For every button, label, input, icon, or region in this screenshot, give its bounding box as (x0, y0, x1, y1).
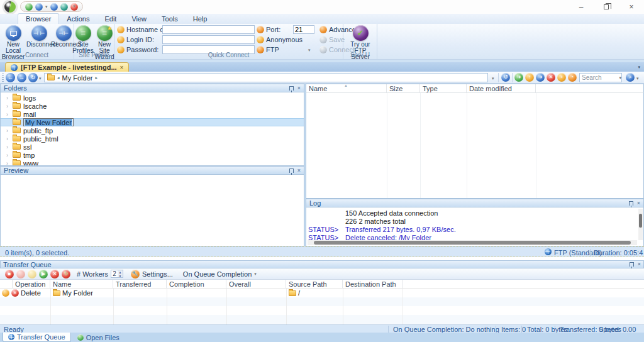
chevron-right-icon[interactable]: › (4, 111, 10, 118)
go-icon[interactable]: ➜ (514, 73, 523, 82)
tree-item-my-new-folder[interactable]: My New Folder (1, 118, 304, 126)
delete-icon[interactable]: ✕ (547, 73, 555, 82)
chevron-right-icon[interactable]: › (4, 152, 10, 158)
tree-item-lscache[interactable]: ›lscache (1, 102, 304, 110)
site-profiles-button[interactable]: ☰ Site Profiles (72, 25, 94, 54)
tab-open-files[interactable]: Open Files (72, 333, 125, 342)
workers-stepper[interactable]: 2 ▲▼ (111, 270, 123, 278)
queue-column-completion[interactable]: Completion (167, 280, 226, 288)
session-tab-close-icon[interactable]: × (120, 64, 124, 71)
queue-column-operation[interactable]: Operation (13, 280, 50, 288)
file-list[interactable] (306, 93, 644, 199)
rename-edit-box[interactable]: My New Folder (23, 118, 74, 126)
chevron-right-icon[interactable]: › (4, 128, 10, 134)
chevron-right-icon[interactable]: › (4, 103, 10, 109)
close-button[interactable]: × (619, 0, 644, 14)
app-logo-icon[interactable] (3, 0, 17, 14)
new-folder-icon[interactable]: + (557, 73, 566, 82)
synchronize-icon[interactable]: ↺ (501, 73, 510, 82)
qat-connect-icon[interactable] (25, 3, 33, 11)
queue-stop-icon[interactable]: ■ (5, 270, 14, 279)
queue-skip-icon[interactable] (16, 270, 25, 279)
file-column-name[interactable]: Name▲ (306, 84, 387, 92)
minimize-button[interactable]: – (569, 0, 594, 14)
chevron-right-icon[interactable]: › (4, 144, 10, 150)
queue-close-icon[interactable]: × (638, 262, 641, 267)
ribbon-tab-browser[interactable]: Browser (18, 13, 59, 24)
search-options-caret-icon[interactable]: ▾ (636, 76, 639, 81)
folders-pin-icon[interactable] (289, 86, 294, 91)
settings-icon[interactable]: 🔧 (131, 270, 140, 279)
queue-column-overall[interactable]: Overall (226, 280, 286, 288)
log-horizontal-scrollbar[interactable] (308, 240, 637, 245)
tree-item-public-html[interactable]: ›public_html (1, 135, 304, 143)
hostname-input[interactable] (162, 25, 255, 34)
ribbon-tab-help[interactable]: Help (186, 14, 215, 24)
back-button[interactable]: ← (6, 73, 15, 82)
settings-button[interactable]: Settings... (142, 270, 173, 278)
queue-pin-icon[interactable] (630, 262, 634, 267)
ribbon-tab-view[interactable]: View (124, 14, 154, 24)
anonymous-button[interactable]: Anonymous (257, 35, 303, 44)
queue-remove-icon[interactable]: ✕ (50, 270, 59, 279)
log-close-icon[interactable]: × (637, 201, 640, 206)
qat-browser-icon[interactable] (35, 3, 43, 11)
preview-close-icon[interactable]: × (297, 168, 301, 174)
address-dropdown-caret-icon[interactable]: ▾ (492, 76, 494, 81)
qat-browser-caret-icon[interactable]: ▾ (45, 4, 48, 9)
disconnect-button[interactable]: ⊣ ⊢ Disconnect (26, 25, 52, 48)
path-scroll-left-icon[interactable]: ◂ (57, 75, 60, 80)
tab-list-caret-icon[interactable]: ▾ (638, 65, 640, 70)
tree-item-www[interactable]: ›www (1, 159, 304, 166)
refresh-button[interactable]: ↻ (28, 73, 38, 82)
queue-start-icon[interactable]: ▶ (39, 270, 48, 279)
on-queue-caret-icon[interactable]: ▾ (254, 272, 257, 277)
session-tab[interactable]: [FTP Example - livetestingd... × (5, 62, 129, 72)
qat-settings-icon[interactable] (50, 3, 58, 11)
port-input[interactable] (293, 25, 314, 34)
search-input[interactable] (580, 74, 619, 81)
address-path[interactable]: My Folder (62, 74, 93, 82)
views-icon[interactable]: ◔ (568, 73, 577, 82)
folder-up-icon[interactable]: ↑ (525, 73, 534, 82)
chevron-right-icon[interactable]: › (4, 136, 10, 142)
preview-pin-icon[interactable] (289, 168, 294, 173)
search-caret-icon[interactable]: ▾ (619, 75, 621, 80)
file-column-date-modified[interactable]: Date modified (467, 84, 536, 92)
queue-column-transferred[interactable]: Transferred (113, 280, 167, 288)
qat-globe-icon[interactable] (60, 3, 68, 11)
login-id-input[interactable] (162, 35, 255, 44)
tree-item-tmp[interactable]: ›tmp (1, 151, 304, 159)
restore-button[interactable] (594, 0, 619, 14)
ribbon-tab-edit[interactable]: Edit (97, 14, 124, 24)
log-pin-icon[interactable] (629, 201, 633, 206)
queue-pause-icon[interactable] (28, 270, 36, 279)
on-queue-completion-dropdown[interactable]: On Queue Completion (183, 270, 252, 278)
tab-transfer-queue[interactable]: Transfer Queue (3, 333, 71, 342)
tree-item-ssl[interactable]: ›ssl (1, 143, 304, 151)
queue-column-name[interactable]: Name (50, 280, 113, 288)
queue-column-source-path[interactable]: Source Path (286, 280, 343, 288)
ribbon-tab-actions[interactable]: Actions (59, 14, 97, 24)
search-options-icon[interactable]: ⌕ (626, 73, 635, 82)
tree-item-mail[interactable]: ›mail (1, 110, 304, 118)
file-column-size[interactable]: Size (387, 84, 420, 92)
queue-row[interactable]: ✕ Delete My Folder / (0, 289, 644, 297)
refresh-caret-icon[interactable]: ▾ (39, 76, 42, 81)
forward-button[interactable]: → (17, 73, 26, 82)
ribbon-tab-tools[interactable]: Tools (154, 14, 186, 24)
qat-customize-caret-icon[interactable]: ▾ (73, 4, 75, 9)
transfer-icon[interactable]: ➜ (536, 73, 545, 82)
tree-item-logs[interactable]: ›logs (1, 94, 304, 102)
queue-column-destination-path[interactable]: Destination Path (343, 280, 402, 288)
queue-retry-icon[interactable]: ↻ (62, 270, 70, 279)
folders-close-icon[interactable]: × (297, 86, 301, 91)
toolbar-grip[interactable] (2, 74, 4, 82)
file-column-type[interactable]: Type (420, 84, 467, 92)
tree-item-public-ftp[interactable]: ›public_ftp (1, 126, 304, 135)
log-vertical-scrollbar[interactable] (638, 209, 643, 240)
save-button[interactable]: Save (319, 35, 345, 44)
address-bar[interactable]: ◂ My Folder ▸ (44, 73, 488, 82)
path-scroll-right-icon[interactable]: ▸ (95, 75, 97, 80)
chevron-right-icon[interactable]: › (4, 95, 10, 101)
